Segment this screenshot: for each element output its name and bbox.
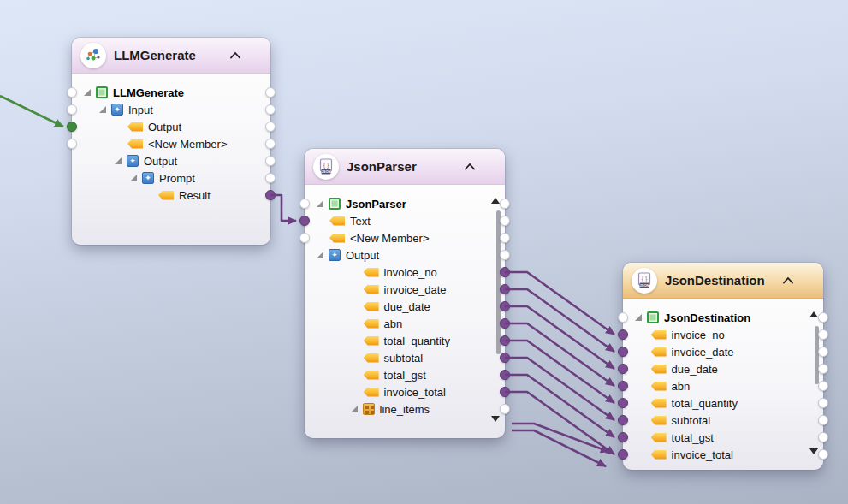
port-left-invoice-no[interactable]	[618, 329, 628, 340]
node-llmgenerate[interactable]: LLMGenerate LLMGenerate✦InputOutput<New …	[72, 38, 270, 245]
tree-row-due-date[interactable]: due_date	[364, 298, 430, 315]
port-left-invoice-total[interactable]	[618, 449, 628, 460]
tree-expander-icon[interactable]	[99, 106, 106, 113]
port-right-line-items[interactable]	[500, 404, 510, 414]
scroll-up-button[interactable]	[491, 198, 500, 204]
port-left-jsonparser[interactable]	[299, 199, 310, 209]
port-left-new-member[interactable]	[299, 233, 310, 243]
port-right-invoice-total[interactable]	[818, 449, 828, 460]
tree-row-invoice-no[interactable]: invoice_no	[364, 264, 437, 281]
port-left-jsondestination[interactable]	[618, 312, 628, 323]
tree-row-llmgenerate[interactable]: LLMGenerate	[84, 84, 184, 101]
port-right-abn[interactable]	[818, 381, 828, 391]
tree-row-line-items[interactable]: line_items	[351, 400, 430, 418]
port-right-invoice-total[interactable]	[500, 387, 510, 397]
tree-row-output[interactable]: Output	[127, 118, 181, 135]
tree-row-new-member[interactable]: <New Member>	[329, 229, 429, 246]
tree-row-invoice-date[interactable]: invoice_date	[364, 281, 447, 298]
tree-row-total-gst[interactable]: total_gst	[651, 429, 714, 446]
tree-row-text[interactable]: Text	[329, 212, 371, 229]
tree-row-due-date[interactable]: due_date	[651, 360, 718, 377]
port-right-total-gst[interactable]	[500, 370, 510, 380]
connection-map-subtotal[interactable]	[505, 358, 614, 420]
connection-map-due_date[interactable]	[505, 306, 614, 369]
port-right-llmgenerate[interactable]	[265, 87, 276, 98]
tree-row-prompt[interactable]: ✦Prompt	[130, 169, 195, 187]
connection-upstream-to-input-output[interactable]	[0, 96, 63, 127]
connection-map-hidden-a[interactable]	[512, 424, 609, 452]
port-right-output[interactable]	[500, 250, 510, 260]
port-right-total-quantity[interactable]	[818, 398, 828, 408]
port-right-jsondestination[interactable]	[818, 312, 828, 323]
port-left-text[interactable]	[299, 216, 310, 226]
node-jsondestination[interactable]: { } JSON JsonDestination JsonDestination…	[623, 263, 823, 470]
port-right-subtotal[interactable]	[818, 415, 828, 425]
collapse-chevron-icon[interactable]	[782, 276, 794, 284]
port-right-total-quantity[interactable]	[500, 335, 510, 346]
tree-expander-icon[interactable]	[635, 314, 642, 321]
node-header-llmgenerate[interactable]: LLMGenerate	[72, 38, 270, 74]
tree-expander-icon[interactable]	[351, 406, 358, 412]
port-right-output[interactable]	[265, 122, 276, 132]
tree-row-invoice-no[interactable]: invoice_no	[651, 326, 725, 343]
tree-expander-icon[interactable]	[84, 89, 91, 96]
connection-map-abn[interactable]	[505, 323, 614, 386]
tree-row-total-quantity[interactable]: total_quantity	[651, 394, 738, 412]
tree-row-output[interactable]: ✦Output	[317, 246, 379, 264]
port-right-invoice-date[interactable]	[500, 284, 510, 294]
port-left-subtotal[interactable]	[618, 415, 628, 425]
port-right-text[interactable]	[500, 216, 510, 226]
collapse-chevron-icon[interactable]	[229, 51, 241, 59]
connection-map-total_gst[interactable]	[505, 375, 614, 437]
port-left-invoice-date[interactable]	[618, 347, 628, 357]
scroll-up-button[interactable]	[809, 311, 818, 317]
tree-expander-icon[interactable]	[317, 200, 323, 207]
port-right-prompt[interactable]	[265, 173, 276, 183]
port-left-new-member[interactable]	[67, 139, 77, 149]
port-left-total-quantity[interactable]	[618, 398, 628, 408]
node-header-jsondestination[interactable]: { } JSON JsonDestination	[623, 263, 823, 299]
connection-map-invoice_total[interactable]	[505, 392, 614, 454]
tree-expander-icon[interactable]	[317, 252, 323, 258]
tree-row-input[interactable]: ✦Input	[99, 101, 153, 118]
tree-row-invoice-date[interactable]: invoice_date	[651, 343, 734, 360]
port-left-input[interactable]	[67, 104, 77, 115]
port-right-invoice-date[interactable]	[818, 347, 828, 357]
tree-expander-icon[interactable]	[130, 175, 137, 181]
connection-map-invoice_no[interactable]	[505, 272, 614, 335]
tree-row-result[interactable]: Result	[158, 187, 211, 204]
port-left-due-date[interactable]	[618, 364, 628, 374]
connection-map-total_quantity[interactable]	[505, 341, 614, 403]
port-right-new-member[interactable]	[500, 233, 510, 243]
port-right-total-gst[interactable]	[818, 432, 828, 442]
tree-row-jsonparser[interactable]: JsonParser	[317, 195, 406, 212]
tree-row-subtotal[interactable]: subtotal	[651, 412, 711, 429]
port-right-due-date[interactable]	[818, 364, 828, 374]
port-right-abn[interactable]	[500, 318, 510, 329]
port-right-subtotal[interactable]	[500, 353, 510, 363]
port-left-total-gst[interactable]	[618, 432, 628, 442]
collapse-chevron-icon[interactable]	[464, 163, 476, 170]
node-header-jsonparser[interactable]: { } JSON JsonParser	[305, 149, 505, 185]
connection-result-to-text[interactable]	[270, 195, 296, 221]
port-left-abn[interactable]	[618, 381, 628, 391]
tree-row-output[interactable]: ✦Output	[115, 152, 177, 169]
port-left-llmgenerate[interactable]	[67, 87, 77, 98]
node-jsonparser[interactable]: { } JSON JsonParser JsonParserText<New M…	[305, 149, 505, 438]
connection-map-invoice_date[interactable]	[505, 289, 614, 352]
scroll-down-button[interactable]	[809, 448, 818, 454]
tree-row-abn[interactable]: abn	[364, 315, 403, 332]
scrollbar-thumb[interactable]	[496, 210, 501, 354]
tree-row-new-member[interactable]: <New Member>	[127, 135, 227, 152]
tree-row-jsondestination[interactable]: JsonDestination	[635, 309, 750, 326]
tree-row-total-quantity[interactable]: total_quantity	[364, 332, 450, 349]
scroll-down-button[interactable]	[491, 416, 500, 422]
port-left-output[interactable]	[67, 122, 77, 132]
tree-row-total-gst[interactable]: total_gst	[364, 366, 426, 383]
tree-expander-icon[interactable]	[115, 157, 122, 164]
tree-row-abn[interactable]: abn	[651, 377, 691, 394]
port-right-invoice-no[interactable]	[500, 267, 510, 277]
port-right-jsonparser[interactable]	[500, 199, 510, 209]
tree-row-invoice-total[interactable]: invoice_total	[364, 383, 446, 400]
connection-map-hidden-b[interactable]	[512, 430, 606, 466]
